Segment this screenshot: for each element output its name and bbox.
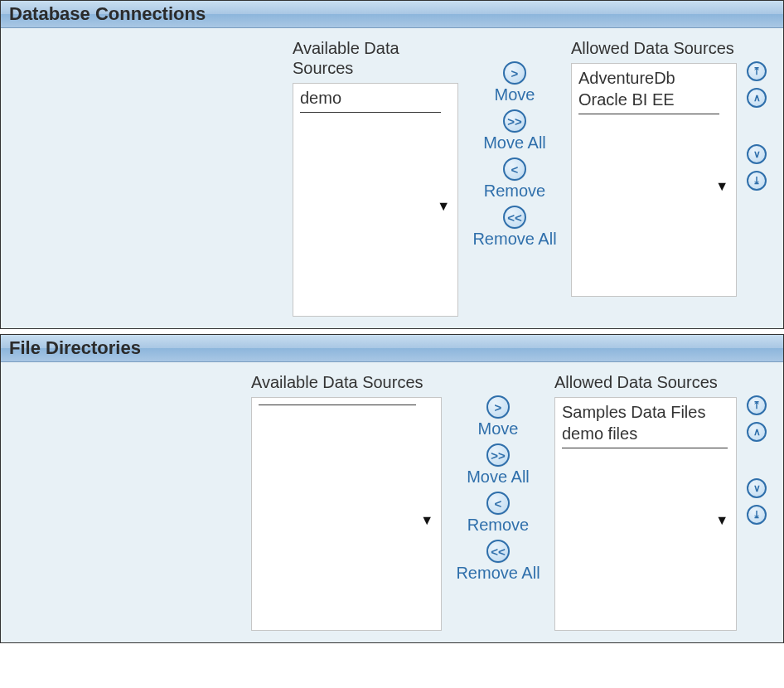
remove-button[interactable]: < Remove [484, 157, 545, 201]
list-divider [300, 112, 441, 113]
chevron-left-icon: < [503, 157, 526, 181]
move-up-button[interactable]: ∧ [747, 422, 767, 442]
chevron-down-icon[interactable]: ▼ [715, 513, 728, 528]
list-item[interactable]: AdventureDb [578, 67, 729, 89]
allowed-listbox[interactable]: AdventureDb Oracle BI EE [571, 63, 737, 297]
remove-button[interactable]: < Remove [467, 492, 529, 535]
button-label: Move All [483, 133, 546, 153]
allowed-label: Allowed Data Sources [571, 38, 737, 58]
move-button[interactable]: > Move [495, 61, 535, 104]
list-divider [578, 114, 719, 114]
panel-header: File Directories [1, 335, 783, 362]
shuttle-buttons: > Move >> Move All < Remove << Remove Al… [448, 395, 548, 586]
move-bottom-button[interactable]: ⤓ [747, 505, 767, 525]
remove-all-button[interactable]: << Remove All [472, 206, 556, 249]
panel-header: Database Connections [1, 1, 783, 28]
move-up-button[interactable]: ∧ [747, 88, 767, 108]
chevron-right-icon: > [503, 61, 526, 85]
database-connections-panel: Database Connections Available Data Sour… [0, 0, 784, 329]
chevron-down-icon[interactable]: ▼ [420, 513, 433, 528]
remove-all-button[interactable]: << Remove All [456, 540, 540, 583]
double-chevron-left-icon: << [486, 540, 510, 563]
list-divider [259, 405, 416, 405]
panel-body: Available Data Sources demo ▼ > Move >> … [1, 28, 783, 328]
button-label: Move [478, 419, 519, 438]
button-label: Move [495, 85, 535, 104]
allowed-listbox[interactable]: Samples Data Files demo files [554, 397, 737, 631]
available-listbox[interactable] [251, 397, 442, 631]
available-column: Available Data Sources ▼ [251, 372, 442, 631]
button-label: Remove All [472, 230, 556, 249]
move-all-button[interactable]: >> Move All [467, 443, 530, 487]
reorder-buttons: ⤒ ∧ ∨ ⤓ [747, 61, 767, 191]
button-label: Remove [484, 182, 545, 201]
reorder-buttons: ⤒ ∧ ∨ ⤓ [747, 395, 767, 525]
double-chevron-left-icon: << [503, 206, 526, 229]
list-item[interactable]: demo [300, 87, 451, 109]
available-label: Available Data Sources [251, 372, 442, 392]
chevron-down-icon[interactable]: ▼ [437, 199, 450, 214]
move-top-button[interactable]: ⤒ [747, 61, 767, 81]
double-chevron-right-icon: >> [486, 443, 510, 467]
available-listbox[interactable]: demo [293, 83, 458, 317]
allowed-label: Allowed Data Sources [554, 372, 720, 392]
panel-title: File Directories [9, 337, 141, 358]
chevron-left-icon: < [486, 492, 510, 515]
button-label: Remove [467, 516, 529, 535]
move-down-button[interactable]: ∨ [747, 144, 767, 164]
list-item[interactable]: Samples Data Files [562, 401, 729, 423]
move-top-button[interactable]: ⤒ [747, 395, 767, 415]
chevron-right-icon: > [486, 395, 510, 419]
allowed-column: Allowed Data Sources Samples Data Files … [554, 372, 737, 631]
move-bottom-button[interactable]: ⤓ [747, 171, 767, 191]
list-divider [562, 448, 728, 448]
move-all-button[interactable]: >> Move All [483, 109, 546, 153]
double-chevron-right-icon: >> [503, 109, 526, 133]
button-label: Remove All [456, 564, 540, 583]
panel-title: Database Connections [9, 3, 206, 24]
available-column: Available Data Sources demo ▼ [293, 38, 458, 317]
file-directories-panel: File Directories Available Data Sources … [0, 334, 784, 643]
chevron-down-icon[interactable]: ▼ [715, 179, 728, 194]
shuttle-buttons: > Move >> Move All < Remove << Remove Al… [465, 61, 564, 252]
button-label: Move All [467, 468, 530, 487]
move-button[interactable]: > Move [478, 395, 519, 438]
list-item[interactable]: Oracle BI EE [578, 89, 729, 110]
panel-body: Available Data Sources ▼ > Move >> Move … [1, 362, 783, 642]
available-label: Available Data Sources [293, 38, 425, 78]
allowed-column: Allowed Data Sources AdventureDb Oracle … [571, 38, 737, 297]
move-down-button[interactable]: ∨ [747, 478, 767, 498]
list-item[interactable]: demo files [562, 423, 729, 444]
